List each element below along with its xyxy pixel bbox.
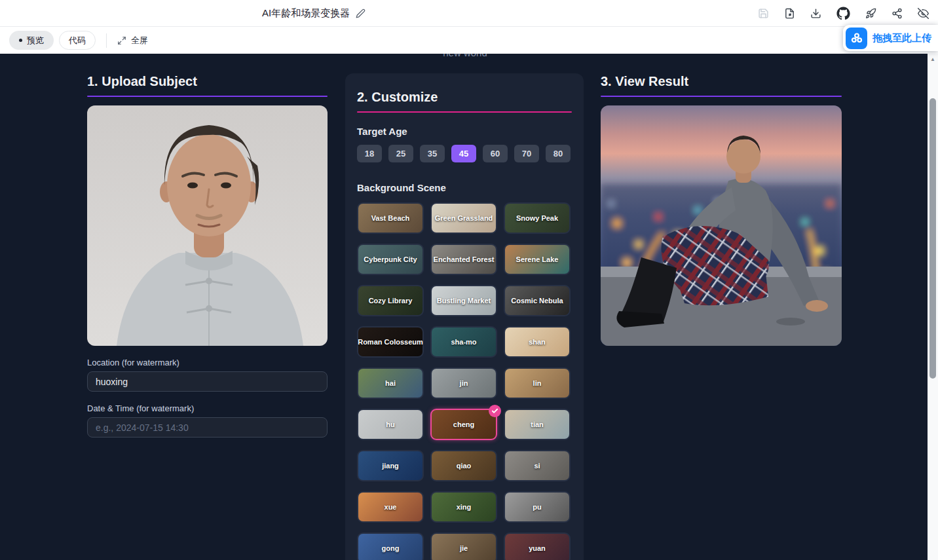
scene-tile-hu[interactable]: hu [357, 409, 424, 440]
scene-tile-tian[interactable]: tian [504, 409, 571, 440]
scene-tile-lin[interactable]: lin [504, 367, 571, 399]
target-age-label: Target Age [357, 126, 572, 137]
datetime-input[interactable] [87, 417, 328, 438]
toolbar-divider [106, 33, 107, 48]
result-rule [601, 96, 842, 97]
scene-tile-label: si [534, 462, 540, 470]
upload-drop-button[interactable]: 拖拽至此上传 [843, 25, 938, 51]
age-button-row: 18253545607080 [357, 145, 572, 162]
scene-tile-label: lin [533, 379, 542, 387]
scene-tile-label: hai [385, 379, 396, 387]
github-icon[interactable] [836, 7, 850, 20]
scene-tile-jie[interactable]: jie [430, 532, 497, 560]
background-scene-label: Background Scene [357, 182, 572, 193]
age-button-35[interactable]: 35 [420, 145, 445, 162]
scene-tile-cosmic-nebula[interactable]: Cosmic Nebula [504, 285, 571, 316]
result-section: 3. View Result [601, 73, 842, 346]
upload-section: 1. Upload Subject [87, 73, 328, 438]
scene-tile-hai[interactable]: hai [357, 367, 424, 399]
customize-heading: 2. Customize [357, 89, 572, 105]
scene-tile-sha-mo[interactable]: sha-mo [430, 326, 497, 358]
upload-section-heading: 1. Upload Subject [87, 73, 328, 89]
fullscreen-button[interactable]: 全屏 [117, 35, 148, 47]
rocket-icon[interactable] [865, 8, 876, 19]
app-content: new world 1. Upload Subject [0, 54, 928, 560]
scene-tile-pu[interactable]: pu [504, 491, 571, 523]
result-heading: 3. View Result [601, 73, 842, 89]
code-tab-label: 代码 [69, 35, 86, 47]
code-tab[interactable]: 代码 [59, 31, 96, 50]
selected-check-icon [489, 405, 501, 417]
save-icon[interactable] [758, 8, 769, 19]
scene-tile-label: xue [385, 503, 397, 511]
scene-tile-enchanted-forest[interactable]: Enchanted Forest [430, 244, 497, 275]
scene-tile-jiang[interactable]: jiang [357, 450, 424, 481]
scene-tile-label: Cyberpunk City [364, 255, 417, 263]
share-icon[interactable] [891, 8, 903, 19]
location-input[interactable] [87, 371, 328, 392]
scene-tile-label: Snowy Peak [516, 214, 558, 222]
fullscreen-icon [117, 36, 126, 45]
scrollbar-thumb[interactable] [929, 98, 936, 379]
upload-drop-label: 拖拽至此上传 [872, 32, 931, 45]
scene-tile-label: sha-mo [451, 338, 476, 346]
scene-tile-label: Bustling Market [437, 297, 491, 305]
subject-portrait-illustration [87, 105, 328, 346]
scene-tile-label: Green Grassland [435, 214, 493, 222]
scene-tile-jin[interactable]: jin [430, 367, 497, 399]
preview-tab-label: 预览 [27, 35, 44, 47]
age-button-45[interactable]: 45 [451, 145, 476, 162]
age-button-18[interactable]: 18 [357, 145, 382, 162]
scene-tile-cyberpunk-city[interactable]: Cyberpunk City [357, 244, 424, 275]
scene-tile-yuan[interactable]: yuan [504, 532, 571, 560]
scene-tile-roman-colosseum[interactable]: Roman Colosseum [357, 326, 424, 358]
scene-tile-green-grassland[interactable]: Green Grassland [430, 202, 497, 234]
scene-tile-si[interactable]: si [504, 450, 571, 481]
result-photo [601, 105, 842, 346]
scene-tile-label: jie [460, 544, 468, 552]
location-label: Location (for watermark) [87, 358, 328, 367]
scene-grid: Vast BeachGreen GrasslandSnowy PeakCyber… [357, 202, 572, 560]
titlebar-icon-group [758, 0, 929, 27]
scene-tile-vast-beach[interactable]: Vast Beach [357, 202, 424, 234]
scene-tile-label: Vast Beach [371, 214, 410, 222]
scene-tile-label: Enchanted Forest [434, 255, 495, 263]
download-icon[interactable] [810, 8, 821, 19]
datetime-label: Date & Time (for watermark) [87, 403, 328, 413]
eye-off-icon[interactable] [918, 8, 929, 19]
scene-tile-qiao[interactable]: qiao [430, 450, 497, 481]
page-subtitle: new world [379, 54, 552, 58]
result-illustration [601, 105, 842, 346]
age-button-80[interactable]: 80 [546, 145, 571, 162]
scene-tile-cozy-library[interactable]: Cozy Library [357, 285, 424, 316]
age-button-70[interactable]: 70 [514, 145, 539, 162]
scene-tile-label: qiao [457, 462, 472, 470]
scene-tile-label: cheng [453, 420, 474, 428]
scene-tile-label: Cosmic Nebula [511, 297, 563, 305]
scene-tile-label: Roman Colosseum [358, 338, 423, 346]
title-bar: AI年龄和场景变换器 [0, 0, 938, 27]
scene-tile-serene-lake[interactable]: Serene Lake [504, 244, 571, 275]
scene-tile-xing[interactable]: xing [430, 491, 497, 523]
subject-photo[interactable] [87, 105, 328, 346]
scene-tile-label: Cozy Library [369, 297, 413, 305]
scene-tile-label: hu [386, 420, 394, 428]
preview-tab[interactable]: 预览 [9, 31, 54, 50]
scene-tile-cheng[interactable]: cheng [430, 409, 497, 440]
scene-tile-bustling-market[interactable]: Bustling Market [430, 285, 497, 316]
age-button-25[interactable]: 25 [388, 145, 413, 162]
scene-tile-snowy-peak[interactable]: Snowy Peak [504, 202, 571, 234]
scene-tile-gong[interactable]: gong [357, 532, 424, 560]
scene-tile-label: yuan [529, 544, 546, 552]
scene-tile-shan[interactable]: shan [504, 326, 571, 358]
age-button-60[interactable]: 60 [483, 145, 508, 162]
edit-title-icon[interactable] [356, 9, 366, 18]
scene-tile-label: gong [382, 544, 400, 552]
scene-tile-label: xing [457, 503, 472, 511]
scroll-up-arrow[interactable]: ▲ [928, 55, 938, 64]
customize-panel: 2. Customize Target Age 18253545607080 B… [345, 73, 584, 560]
cloud-drive-icon [846, 28, 867, 49]
scene-tile-xue[interactable]: xue [357, 491, 424, 523]
file-edit-icon[interactable] [784, 8, 795, 19]
toolbar: 预览 代码 全屏 [0, 27, 938, 54]
